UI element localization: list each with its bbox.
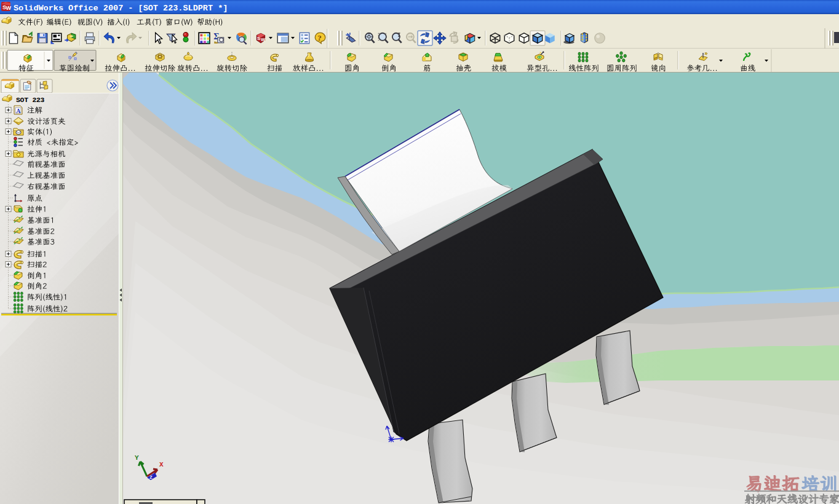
svg-text:X: X xyxy=(159,461,164,468)
svg-text:A: A xyxy=(16,108,21,114)
svg-text:SolidWorks Office 2007 - [SOT: SolidWorks Office 2007 - [SOT 223.SLDPRT… xyxy=(14,4,228,13)
svg-text:Z: Z xyxy=(149,474,153,480)
svg-text:S: S xyxy=(257,36,260,41)
svg-text:?: ? xyxy=(317,33,322,42)
svg-text:SOT 223: SOT 223 xyxy=(16,96,45,104)
svg-text:W: W xyxy=(6,5,12,11)
svg-text:Y: Y xyxy=(135,454,139,462)
svg-text:W: W xyxy=(261,37,266,42)
